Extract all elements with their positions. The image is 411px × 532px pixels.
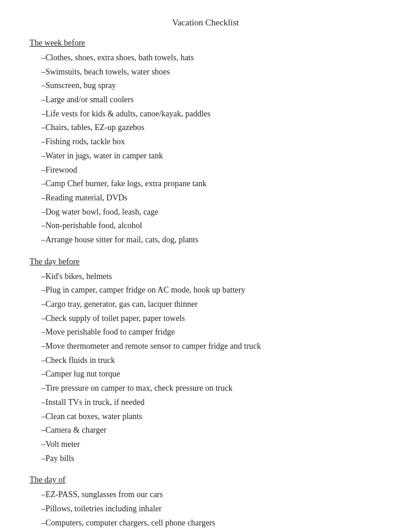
- list-item: –Move thermometer and remote sensor to c…: [30, 340, 381, 353]
- list-item: –Cargo tray, generator, gas can, lacquer…: [30, 298, 381, 311]
- list-item: –Camp Chef burner, fake logs, extra prop…: [30, 177, 381, 190]
- list-item: –Pay bills: [30, 452, 381, 465]
- item-text: Clean cat boxes, water plants: [45, 410, 381, 423]
- item-text: Kid's bikes, helmets: [45, 270, 381, 283]
- item-text: Clothes, shoes, extra shoes, bath towels…: [45, 51, 381, 64]
- list-item: –Sunscreen, bug spray: [30, 79, 381, 92]
- dash-icon: –: [30, 219, 45, 232]
- list-item: –Camera & charger: [30, 424, 381, 437]
- list-item: –Chairs, tables, EZ-up gazebos: [30, 121, 381, 134]
- item-text: Camera & charger: [45, 424, 381, 437]
- dash-icon: –: [30, 326, 45, 339]
- item-text: Cargo tray, generator, gas can, lacquer …: [45, 298, 381, 311]
- item-text: Computers, computer chargers, cell phone…: [45, 517, 381, 530]
- item-text: Plug in camper, camper fridge on AC mode…: [45, 284, 381, 297]
- item-text: Dog water bowl, food, leash, cage: [45, 206, 381, 219]
- item-text: Install TVs in truck, if needed: [45, 396, 381, 409]
- dash-icon: –: [30, 312, 45, 325]
- section-heading-day-before: The day before: [30, 257, 381, 267]
- item-text: Camp Chef burner, fake logs, extra propa…: [45, 177, 381, 190]
- dash-icon: –: [30, 177, 45, 190]
- list-item: –Dog water bowl, food, leash, cage: [30, 206, 381, 219]
- list-item: –Life vests for kids & adults, canoe/kay…: [30, 108, 381, 121]
- item-text: Fishing rods, tackle box: [45, 135, 381, 148]
- item-text: Check fluids in truck: [45, 354, 381, 367]
- dash-icon: –: [30, 270, 45, 283]
- list-item: –Volt meter: [30, 438, 381, 451]
- item-text: Life vests for kids & adults, canoe/kaya…: [45, 108, 381, 121]
- dash-icon: –: [30, 192, 45, 205]
- item-text: Check supply of toilet paper, paper towe…: [45, 312, 381, 325]
- item-text: Water in jugs, water in camper tank: [45, 150, 381, 163]
- list-item: –Check supply of toilet paper, paper tow…: [30, 312, 381, 325]
- item-list-week-before: –Clothes, shoes, extra shoes, bath towel…: [30, 51, 381, 246]
- dash-icon: –: [30, 452, 45, 465]
- item-text: EZ-PASS, sunglasses from our cars: [45, 488, 381, 501]
- list-item: –Non-perishable food, alcohol: [30, 219, 381, 232]
- item-text: Large and/or small coolers: [45, 93, 381, 106]
- section-week-before: The week before–Clothes, shoes, extra sh…: [30, 38, 381, 246]
- item-text: Sunscreen, bug spray: [45, 79, 381, 92]
- checklist-container: The week before–Clothes, shoes, extra sh…: [30, 38, 381, 532]
- dash-icon: –: [30, 284, 45, 297]
- item-text: Pay bills: [45, 452, 381, 465]
- list-item: –EZ-PASS, sunglasses from our cars: [30, 488, 381, 501]
- dash-icon: –: [30, 438, 45, 451]
- list-item: –Move perishable food to camper fridge: [30, 326, 381, 339]
- item-text: Arrange house sitter for mail, cats, dog…: [45, 233, 381, 246]
- dash-icon: –: [30, 93, 45, 106]
- section-heading-day-of: The day of: [30, 475, 381, 485]
- list-item: –Fishing rods, tackle box: [30, 135, 381, 148]
- list-item: –Clothes, shoes, extra shoes, bath towel…: [30, 51, 381, 64]
- page-title: Vacation Checklist: [30, 18, 381, 28]
- list-item: –Install TVs in truck, if needed: [30, 396, 381, 409]
- list-item: –Reading material, DVDs: [30, 192, 381, 205]
- section-day-before: The day before–Kid's bikes, helmets–Plug…: [30, 257, 381, 465]
- dash-icon: –: [30, 354, 45, 367]
- item-text: Firewood: [45, 164, 381, 177]
- dash-icon: –: [30, 298, 45, 311]
- item-text: Non-perishable food, alcohol: [45, 219, 381, 232]
- dash-icon: –: [30, 410, 45, 423]
- dash-icon: –: [30, 121, 45, 134]
- list-item: –Clean cat boxes, water plants: [30, 410, 381, 423]
- item-text: Tire pressure on camper to max, check pr…: [45, 382, 381, 395]
- list-item: –Water in jugs, water in camper tank: [30, 150, 381, 163]
- dash-icon: –: [30, 135, 45, 148]
- item-text: Chairs, tables, EZ-up gazebos: [45, 121, 381, 134]
- dash-icon: –: [30, 502, 45, 515]
- dash-icon: –: [30, 488, 45, 501]
- list-item: –Tire pressure on camper to max, check p…: [30, 382, 381, 395]
- dash-icon: –: [30, 108, 45, 121]
- section-heading-week-before: The week before: [30, 38, 381, 48]
- item-text: Volt meter: [45, 438, 381, 451]
- list-item: –Large and/or small coolers: [30, 93, 381, 106]
- item-text: Reading material, DVDs: [45, 192, 381, 205]
- dash-icon: –: [30, 368, 45, 381]
- list-item: –Plug in camper, camper fridge on AC mod…: [30, 284, 381, 297]
- dash-icon: –: [30, 66, 45, 79]
- list-item: –Computers, computer chargers, cell phon…: [30, 517, 381, 530]
- dash-icon: –: [30, 233, 45, 246]
- item-text: Swimsuits, beach towels, water shoes: [45, 66, 381, 79]
- dash-icon: –: [30, 51, 45, 64]
- dash-icon: –: [30, 340, 45, 353]
- dash-icon: –: [30, 206, 45, 219]
- list-item: –Camper lug nut torque: [30, 368, 381, 381]
- dash-icon: –: [30, 382, 45, 395]
- list-item: –Swimsuits, beach towels, water shoes: [30, 66, 381, 79]
- list-item: –Pillows, toiletries including inhaler: [30, 502, 381, 515]
- item-list-day-of: –EZ-PASS, sunglasses from our cars–Pillo…: [30, 488, 381, 532]
- dash-icon: –: [30, 164, 45, 177]
- item-text: Move thermometer and remote sensor to ca…: [45, 340, 381, 353]
- item-text: Camper lug nut torque: [45, 368, 381, 381]
- item-text: Pillows, toiletries including inhaler: [45, 502, 381, 515]
- list-item: –Arrange house sitter for mail, cats, do…: [30, 233, 381, 246]
- dash-icon: –: [30, 517, 45, 530]
- section-day-of: The day of–EZ-PASS, sunglasses from our …: [30, 475, 381, 532]
- list-item: –Check fluids in truck: [30, 354, 381, 367]
- dash-icon: –: [30, 424, 45, 437]
- dash-icon: –: [30, 79, 45, 92]
- dash-icon: –: [30, 150, 45, 163]
- list-item: –Kid's bikes, helmets: [30, 270, 381, 283]
